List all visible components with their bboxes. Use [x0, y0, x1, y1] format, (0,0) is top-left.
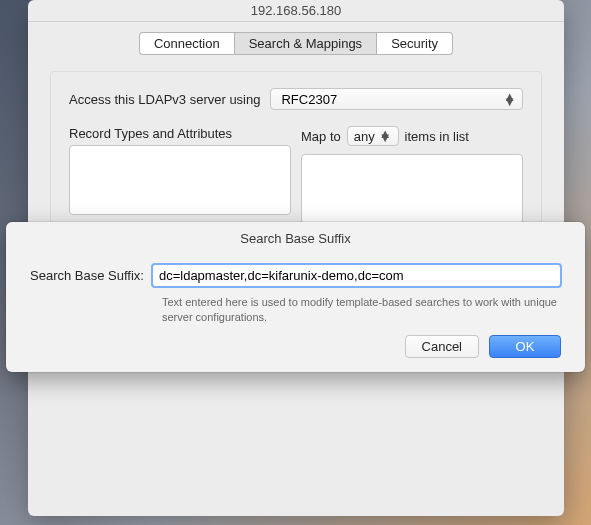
- access-select[interactable]: RFC2307 ▲▼: [270, 88, 523, 110]
- dialog-cancel-button[interactable]: Cancel: [405, 335, 479, 358]
- search-base-suffix-input[interactable]: [152, 264, 561, 287]
- tab-bar: Connection Search & Mappings Security: [28, 22, 564, 63]
- access-label: Access this LDAPv3 server using: [69, 92, 260, 107]
- title-bar: 192.168.56.180: [28, 0, 564, 22]
- chevron-updown-icon: ▲▼: [379, 132, 392, 140]
- dialog-title: Search Base Suffix: [6, 222, 585, 256]
- mapto-suffix: items in list: [405, 129, 469, 144]
- search-base-suffix-label: Search Base Suffix:: [30, 268, 144, 283]
- dialog-button-row: Cancel OK: [6, 335, 585, 358]
- window-title: 192.168.56.180: [251, 3, 341, 18]
- tab-connection[interactable]: Connection: [139, 32, 234, 55]
- tab-security[interactable]: Security: [377, 32, 453, 55]
- mapto-row: Map to any ▲▼ items in list: [301, 126, 523, 146]
- record-types-listbox[interactable]: [69, 145, 291, 215]
- mapto-listbox[interactable]: [301, 154, 523, 224]
- mapto-prefix: Map to: [301, 129, 341, 144]
- chevron-updown-icon: ▲▼: [503, 94, 516, 104]
- search-base-suffix-dialog: Search Base Suffix Search Base Suffix: T…: [6, 222, 585, 372]
- tab-search-mappings[interactable]: Search & Mappings: [234, 32, 377, 55]
- dialog-ok-button[interactable]: OK: [489, 335, 561, 358]
- record-types-label: Record Types and Attributes: [69, 126, 291, 141]
- access-select-value: RFC2307: [281, 92, 337, 107]
- dialog-help-text: Text entered here is used to modify temp…: [162, 295, 561, 325]
- mapto-select[interactable]: any ▲▼: [347, 126, 399, 146]
- mapto-value: any: [354, 129, 375, 144]
